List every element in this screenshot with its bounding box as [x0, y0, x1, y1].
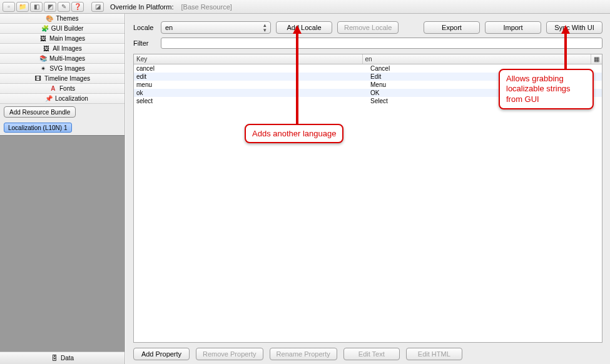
toolbar-icon-5[interactable]: ✎	[58, 2, 70, 12]
sidebar-item-label: Themes	[56, 15, 78, 22]
svg-icon: ✴	[39, 65, 47, 73]
sidebar-item-label: Main Images	[49, 35, 85, 42]
add-locale-button[interactable]: Add Locale	[276, 21, 332, 34]
sidebar-item-label: Fonts	[59, 85, 75, 92]
add-property-button[interactable]: Add Property	[133, 348, 190, 360]
toolbar-icon-7[interactable]: ◪	[91, 2, 104, 12]
localization-bundle-item[interactable]: Localization (L10N) 1	[4, 123, 72, 133]
sidebar-item-themes[interactable]: 🎨Themes	[0, 14, 125, 24]
sidebar: 🎨Themes 🧩GUI Builder 🖼Main Images 🖼All I…	[0, 14, 125, 364]
sidebar-item-all-images[interactable]: 🖼All Images	[0, 44, 125, 54]
sidebar-item-main-images[interactable]: 🖼Main Images	[0, 34, 125, 44]
base-resource: [Base Resource]	[181, 3, 231, 11]
remove-locale-button[interactable]: Remove Locale	[337, 21, 399, 34]
image-icon: 🖼	[43, 45, 50, 53]
filter-label: Filter	[133, 39, 156, 47]
chevron-updown-icon: ▴▾	[263, 23, 267, 33]
sync-with-ui-button[interactable]: Sync With UI	[546, 21, 602, 34]
annotation-arrow	[291, 25, 303, 125]
export-button[interactable]: Export	[424, 21, 480, 34]
annotation-add-locale: Adds another language	[245, 124, 343, 143]
sidebar-item-fonts[interactable]: AFonts	[0, 84, 125, 94]
bottom-toolbar: Add Property Remove Property Rename Prop…	[133, 343, 602, 360]
override-label: Override In Platform:	[110, 3, 173, 11]
toolbar-icon-2[interactable]: 📁	[16, 2, 29, 12]
fonts-icon: A	[49, 85, 57, 93]
locale-label: Locale	[133, 24, 156, 31]
toolbar-icon-4[interactable]: ◩	[44, 2, 56, 12]
annotation-arrow	[559, 25, 572, 70]
toolbar-icon-3[interactable]: ◧	[30, 2, 43, 12]
data-icon: 🗄	[51, 355, 58, 362]
column-key[interactable]: Key	[134, 54, 363, 64]
toolbar-icon-1[interactable]: ▫	[3, 2, 15, 12]
table-corner-icon[interactable]: ▦	[591, 54, 602, 64]
column-en[interactable]: en	[363, 54, 592, 64]
locale-value: en	[165, 24, 173, 31]
multi-image-icon: 📚	[39, 55, 47, 63]
timeline-icon: 🎞	[34, 75, 42, 83]
svg-marker-1	[293, 25, 302, 34]
sidebar-item-label: Timeline Images	[44, 75, 90, 82]
filter-input[interactable]	[161, 38, 602, 49]
top-toolbar: ▫ 📁 ◧ ◩ ✎ ❓ ◪ Override In Platform: [Bas…	[0, 0, 610, 14]
add-resource-bundle-button[interactable]: Add Resource Bundle	[4, 106, 76, 118]
locale-select[interactable]: en ▴▾	[161, 21, 271, 34]
sidebar-item-label: Localization	[55, 95, 88, 102]
pin-icon: 📌	[45, 95, 53, 103]
table-header: Key en ▦	[134, 54, 602, 64]
sidebar-footer-data[interactable]: 🗄Data	[0, 351, 125, 364]
sidebar-item-timeline-images[interactable]: 🎞Timeline Images	[0, 74, 125, 84]
sidebar-item-label: GUI Builder	[51, 25, 84, 32]
svg-marker-3	[561, 25, 570, 34]
remove-property-button[interactable]: Remove Property	[196, 348, 263, 360]
annotation-sync: Allows grabbing localizable strings from…	[499, 69, 594, 109]
edit-html-button[interactable]: Edit HTML	[406, 348, 462, 360]
sidebar-item-localization[interactable]: 📌Localization	[0, 94, 125, 104]
toolbar-icon-6[interactable]: ❓	[71, 2, 84, 12]
edit-text-button[interactable]: Edit Text	[343, 348, 400, 360]
rename-property-button[interactable]: Rename Property	[270, 348, 337, 360]
themes-icon: 🎨	[46, 15, 53, 23]
sidebar-item-label: SVG Images	[49, 65, 85, 72]
image-icon: 🖼	[39, 35, 47, 43]
sidebar-item-gui-builder[interactable]: 🧩GUI Builder	[0, 24, 125, 34]
sidebar-spacer	[0, 135, 125, 351]
sidebar-item-label: All Images	[53, 45, 82, 52]
gui-builder-icon: 🧩	[41, 25, 49, 33]
sidebar-item-svg-images[interactable]: ✴SVG Images	[0, 64, 125, 74]
content-panel: Locale en ▴▾ Add Locale Remove Locale Ex…	[125, 14, 610, 364]
sidebar-item-label: Multi-Images	[49, 55, 85, 62]
sidebar-item-multi-images[interactable]: 📚Multi-Images	[0, 54, 125, 64]
import-button[interactable]: Import	[485, 21, 541, 34]
